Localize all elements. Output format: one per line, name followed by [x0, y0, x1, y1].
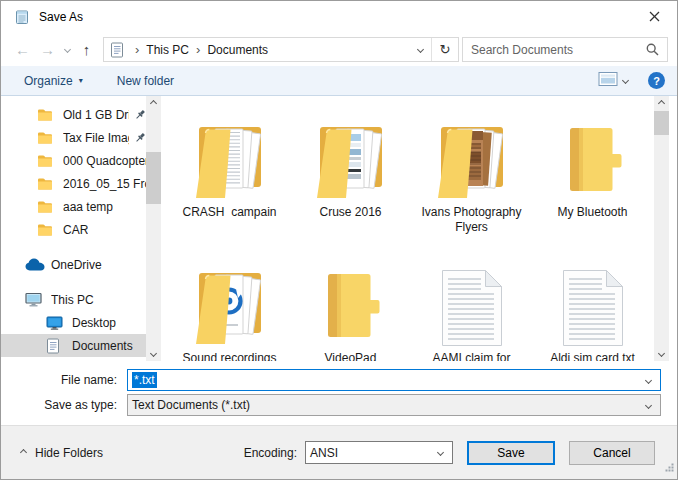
files-scrollbar[interactable]: [654, 96, 669, 361]
file-name-label: File name:: [1, 373, 127, 387]
scroll-up-icon[interactable]: [146, 96, 161, 111]
location-document-icon: [110, 42, 124, 58]
file-name-section: File name: *.txt Save as type: Text Docu…: [1, 361, 677, 425]
pin-icon: [134, 109, 146, 121]
sidebar-item-aaa-temp[interactable]: aaa temp: [1, 195, 146, 218]
breadcrumb-label: This PC: [146, 43, 189, 57]
sidebar-item-documents[interactable]: Documents: [1, 334, 146, 357]
folder-tree: Old 1 GB Driv Tax File Imag 000 Quadcopt…: [1, 96, 161, 357]
file-name-input[interactable]: *.txt: [127, 369, 661, 391]
file-aami-claim-for[interactable]: AAMI claim for: [411, 252, 532, 361]
search-icon: [646, 43, 659, 56]
change-view-button[interactable]: [598, 69, 628, 93]
hide-folders-label: Hide Folders: [35, 446, 103, 460]
file-videopad[interactable]: VideoPad: [290, 252, 411, 361]
navigation-bar: ← → ↑ › This PC › Documents ↻: [1, 33, 677, 66]
encoding-value: ANSI: [310, 446, 338, 460]
forward-button[interactable]: →: [35, 37, 60, 62]
organize-button[interactable]: Organize ▾: [18, 69, 89, 93]
folder-small-icon: [37, 131, 57, 145]
sidebar-item-old-1-gb-driv[interactable]: Old 1 GB Driv: [1, 103, 146, 126]
pc-icon: [25, 292, 45, 307]
up-button[interactable]: ↑: [74, 37, 99, 62]
chevron-down-icon: [645, 402, 652, 409]
search-input[interactable]: [463, 43, 646, 57]
save-as-type-label: Save as type:: [1, 398, 127, 412]
chevron-down-icon: [437, 449, 444, 456]
file-list: CRASH campain Cruse 2016 Ivans Photograp…: [161, 96, 677, 361]
scrollbar-thumb[interactable]: [146, 152, 161, 204]
breadcrumb-item-documents[interactable]: › Documents: [189, 42, 268, 57]
titlebar[interactable]: Save As: [1, 1, 677, 33]
scroll-down-icon[interactable]: [654, 346, 669, 361]
files-grid: CRASH campain Cruse 2016 Ivans Photograp…: [169, 106, 653, 361]
folder-plain-icon: [313, 252, 389, 347]
chevron-down-icon: ▾: [79, 76, 83, 85]
sidebar-scrollbar[interactable]: [146, 96, 161, 361]
file-aldi-sim-card-txt[interactable]: Aldi sim card txt: [532, 252, 653, 361]
scroll-up-icon[interactable]: [654, 96, 669, 111]
scroll-down-icon[interactable]: [146, 346, 161, 361]
folder-small-icon: [37, 108, 57, 122]
sidebar-item-000-quadcopter[interactable]: 000 Quadcopter: [1, 149, 146, 172]
sidebar: Old 1 GB Driv Tax File Imag 000 Quadcopt…: [1, 96, 161, 361]
help-icon: ?: [653, 75, 660, 87]
content-area: Old 1 GB Driv Tax File Imag 000 Quadcopt…: [1, 96, 677, 361]
search-box: [462, 37, 668, 62]
file-ivans-photography-flyers[interactable]: Ivans Photography Flyers: [411, 106, 532, 252]
sidebar-item-this-pc[interactable]: This PC: [1, 288, 146, 311]
new-folder-button[interactable]: New folder: [111, 69, 180, 93]
scrollbar-thumb[interactable]: [654, 111, 669, 135]
cancel-button[interactable]: Cancel: [569, 441, 655, 465]
command-toolbar: Organize ▾ New folder ?: [1, 66, 677, 96]
hide-folders-button[interactable]: Hide Folders: [21, 446, 103, 460]
folder-plain-icon: [555, 106, 631, 201]
address-bar[interactable]: › This PC › Documents ↻: [103, 37, 459, 62]
folder-small-icon: [37, 154, 57, 168]
desktop-icon: [46, 316, 66, 330]
sidebar-item-car[interactable]: CAR: [1, 218, 146, 241]
sidebar-item-desktop[interactable]: Desktop: [1, 311, 146, 334]
resize-grip-icon[interactable]: [665, 461, 674, 475]
save-button[interactable]: Save: [467, 441, 555, 465]
folder-audio-icon: [192, 252, 268, 347]
folder-small-icon: [37, 223, 57, 237]
notepad-icon: [14, 9, 30, 25]
back-button[interactable]: ←: [10, 37, 35, 62]
chevron-down-icon: [645, 377, 652, 384]
window-title: Save As: [39, 10, 83, 24]
organize-label: Organize: [24, 74, 73, 88]
onedrive-icon: [25, 258, 45, 271]
pin-icon: [134, 132, 146, 144]
breadcrumb-label: Documents: [207, 43, 268, 57]
refresh-button[interactable]: ↻: [432, 38, 458, 61]
breadcrumb-item-this-pc[interactable]: › This PC: [128, 42, 189, 57]
folder-photos-icon: [313, 106, 389, 201]
address-dropdown-button[interactable]: [409, 47, 431, 52]
sidebar-item-tax-file-imag[interactable]: Tax File Imag: [1, 126, 146, 149]
text-document-icon: [562, 252, 624, 347]
folder-small-icon: [37, 177, 57, 191]
help-button[interactable]: ?: [648, 72, 665, 89]
chevron-down-icon: [622, 77, 629, 84]
file-my-bluetooth[interactable]: My Bluetooth: [532, 106, 653, 252]
chevron-up-icon: [20, 449, 27, 456]
save-as-dialog: Save As ← → ↑ › This PC › Documents ↻: [0, 0, 678, 480]
file-cruse-2016[interactable]: Cruse 2016: [290, 106, 411, 252]
new-folder-label: New folder: [117, 74, 174, 88]
file-sound-recordings[interactable]: Sound recordings: [169, 252, 290, 361]
documents-icon: [46, 338, 66, 354]
up-icon: ↑: [83, 41, 91, 58]
encoding-select[interactable]: ANSI: [305, 441, 453, 464]
close-button[interactable]: [632, 1, 677, 33]
recent-locations-button[interactable]: [60, 47, 74, 52]
breadcrumb-separator-icon: ›: [128, 42, 146, 57]
back-icon: ←: [15, 41, 30, 58]
file-crash-campain[interactable]: CRASH campain: [169, 106, 290, 252]
encoding-label: Encoding:: [244, 446, 297, 460]
sidebar-item-2016-05-15-from[interactable]: 2016_05_15 From: [1, 172, 146, 195]
text-document-icon: [441, 252, 503, 347]
refresh-icon: ↻: [440, 42, 451, 57]
save-as-type-select[interactable]: Text Documents (*.txt): [127, 394, 661, 416]
sidebar-item-onedrive[interactable]: OneDrive: [1, 253, 146, 276]
